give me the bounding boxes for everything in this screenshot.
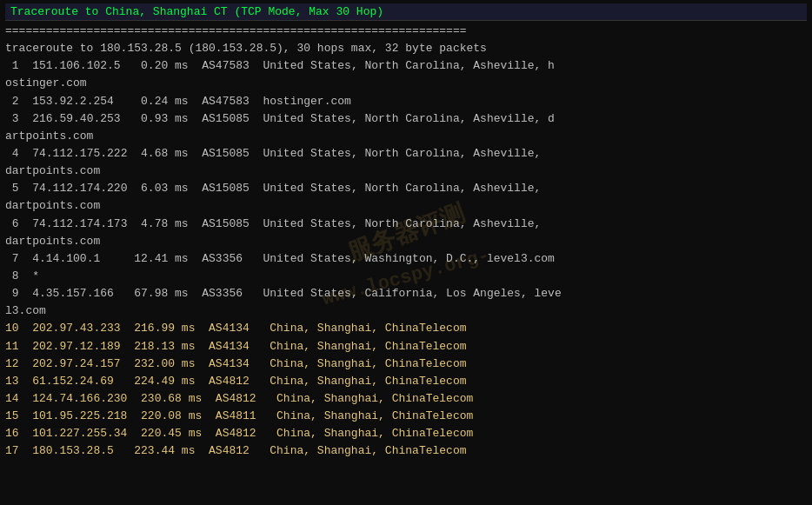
traceroute-line-hop12: 12 202.97.24.157 232.00 ms AS4134 China,…: [5, 355, 807, 373]
title-bar: Traceroute to China, Shanghai CT (TCP Mo…: [5, 3, 807, 21]
traceroute-line-cmd: traceroute to 180.153.28.5 (180.153.28.5…: [5, 40, 807, 57]
traceroute-line-hop10: 10 202.97.43.233 216.99 ms AS4134 China,…: [5, 320, 807, 337]
traceroute-line-hop1: 1 151.106.102.5 0.20 ms AS47583 United S…: [5, 57, 807, 92]
separator-line: ========================================…: [5, 23, 807, 40]
traceroute-line-hop17: 17 180.153.28.5 223.44 ms AS4812 China, …: [5, 442, 807, 460]
traceroute-output: traceroute to 180.153.28.5 (180.153.28.5…: [5, 40, 807, 460]
traceroute-line-hop13: 13 61.152.24.69 224.49 ms AS4812 China, …: [5, 373, 807, 390]
traceroute-line-hop5: 5 74.112.174.220 6.03 ms AS15085 United …: [5, 180, 807, 215]
traceroute-line-hop16: 16 101.227.255.34 220.45 ms AS4812 China…: [5, 425, 807, 442]
title-text: Traceroute to China, Shanghai CT (TCP Mo…: [10, 5, 383, 18]
traceroute-line-hop3: 3 216.59.40.253 0.93 ms AS15085 United S…: [5, 110, 807, 145]
traceroute-line-hop15: 15 101.95.225.218 220.08 ms AS4811 China…: [5, 408, 807, 425]
traceroute-line-hop8: 8 *: [5, 268, 807, 285]
traceroute-line-hop6: 6 74.112.174.173 4.78 ms AS15085 United …: [5, 216, 807, 250]
traceroute-line-hop2: 2 153.92.2.254 0.24 ms AS47583 hostinger…: [5, 93, 807, 110]
traceroute-line-hop14: 14 124.74.166.230 230.68 ms AS4812 China…: [5, 390, 807, 408]
traceroute-line-hop7: 7 4.14.100.1 12.41 ms AS3356 United Stat…: [5, 250, 807, 268]
traceroute-line-hop9: 9 4.35.157.166 67.98 ms AS3356 United St…: [5, 285, 807, 320]
traceroute-line-hop4: 4 74.112.175.222 4.68 ms AS15085 United …: [5, 145, 807, 180]
traceroute-line-hop11: 11 202.97.12.189 218.13 ms AS4134 China,…: [5, 338, 807, 355]
terminal-window: Traceroute to China, Shanghai CT (TCP Mo…: [0, 0, 812, 505]
